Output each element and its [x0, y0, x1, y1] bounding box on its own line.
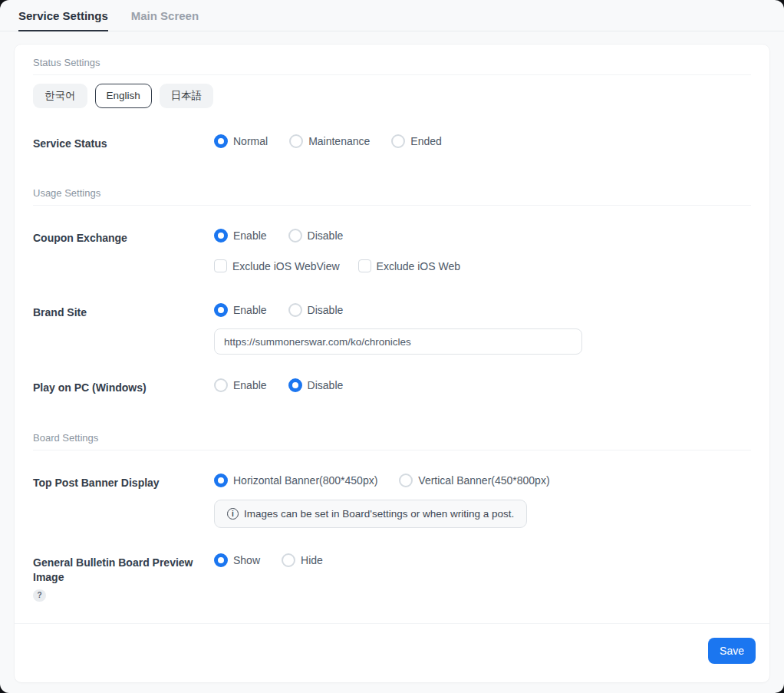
- checkbox-label: Exclude iOS Web: [377, 260, 460, 272]
- language-button-english[interactable]: English: [95, 84, 152, 108]
- coupon-exchange-row: Coupon Exchange Enable Disable: [33, 229, 751, 272]
- service-status-row: Service Status Normal Maintenance: [33, 134, 751, 151]
- radio-label: Enable: [233, 304, 267, 316]
- radio-label: Enable: [233, 379, 267, 391]
- play-on-pc-label: Play on PC (Windows): [33, 378, 214, 395]
- radio-play-on-pc-enable[interactable]: Enable: [214, 378, 267, 392]
- language-button-japanese[interactable]: 日本語: [160, 84, 214, 108]
- radio-label: Hide: [301, 554, 323, 566]
- radio-checked-icon: [214, 553, 228, 567]
- radio-label: Show: [233, 554, 260, 566]
- section-divider: [33, 450, 751, 450]
- coupon-exchange-label: Coupon Exchange: [33, 229, 214, 246]
- help-badge-icon[interactable]: ?: [33, 589, 46, 602]
- radio-label: Vertical Banner(450*800px): [418, 474, 549, 487]
- general-preview-label-wrap: General Bulletin Board Preview Image ?: [33, 553, 214, 602]
- checkbox-unchecked-icon: [358, 259, 371, 272]
- radio-preview-show[interactable]: Show: [214, 553, 260, 567]
- radio-service-status-maintenance[interactable]: Maintenance: [289, 134, 370, 148]
- brand-site-control: Enable Disable: [214, 303, 751, 355]
- top-post-banner-label: Top Post Banner Display: [33, 474, 214, 490]
- radio-label: Disable: [308, 304, 344, 316]
- card-footer: Save: [15, 623, 769, 682]
- radio-vertical-banner[interactable]: Vertical Banner(450*800px): [399, 474, 549, 487]
- radio-checked-icon: [288, 378, 302, 392]
- save-button[interactable]: Save: [708, 638, 756, 664]
- banner-info-text: Images can be set in Board'settings or w…: [244, 508, 514, 520]
- brand-site-row: Brand Site Enable Disable: [33, 303, 751, 355]
- radio-unchecked-icon: [391, 134, 405, 148]
- radio-preview-hide[interactable]: Hide: [282, 553, 323, 567]
- radio-brand-site-disable[interactable]: Disable: [288, 303, 344, 317]
- radio-label: Maintenance: [308, 135, 370, 147]
- usage-settings-title: Usage Settings: [33, 150, 751, 199]
- radio-unchecked-icon: [214, 378, 228, 392]
- general-preview-row: General Bulletin Board Preview Image ? S…: [33, 553, 751, 602]
- section-divider: [33, 205, 751, 206]
- checkbox-exclude-ios-webview[interactable]: Exclude iOS WebView: [214, 259, 340, 272]
- banner-info-box: i Images can be set in Board'settings or…: [214, 500, 527, 528]
- language-selector: 한국어 English 日本語: [33, 84, 751, 108]
- top-post-banner-control: Horizontal Banner(800*450px) Vertical Ba…: [214, 474, 751, 528]
- radio-checked-icon: [214, 134, 228, 148]
- top-post-banner-row: Top Post Banner Display Horizontal Banne…: [33, 474, 751, 528]
- settings-window: Service Settings Main Screen Status Sett…: [0, 0, 784, 693]
- radio-label: Normal: [233, 135, 268, 147]
- radio-unchecked-icon: [282, 553, 295, 567]
- tab-bar: Service Settings Main Screen: [0, 0, 784, 31]
- checkbox-unchecked-icon: [214, 259, 227, 272]
- radio-unchecked-icon: [289, 134, 303, 148]
- radio-service-status-ended[interactable]: Ended: [391, 134, 441, 148]
- tab-service-settings[interactable]: Service Settings: [18, 9, 108, 31]
- radio-coupon-disable[interactable]: Disable: [288, 229, 344, 243]
- radio-service-status-normal[interactable]: Normal: [214, 134, 268, 148]
- radio-checked-icon: [214, 229, 228, 243]
- play-on-pc-control: Enable Disable: [214, 378, 751, 392]
- checkbox-label: Exclude iOS WebView: [232, 260, 340, 272]
- radio-label: Disable: [308, 229, 344, 242]
- section-divider: [33, 74, 751, 75]
- info-icon: i: [227, 508, 239, 520]
- play-on-pc-row: Play on PC (Windows) Enable Disable: [33, 378, 751, 395]
- brand-site-label: Brand Site: [33, 303, 214, 320]
- language-button-korean[interactable]: 한국어: [33, 84, 87, 108]
- radio-label: Enable: [233, 229, 267, 242]
- tab-main-screen[interactable]: Main Screen: [131, 9, 199, 31]
- service-status-label: Service Status: [33, 134, 214, 151]
- settings-card: Status Settings 한국어 English 日本語 Service …: [14, 44, 770, 683]
- general-preview-control: Show Hide: [214, 553, 751, 567]
- radio-checked-icon: [214, 303, 228, 317]
- checkbox-exclude-ios-web[interactable]: Exclude iOS Web: [358, 259, 460, 272]
- radio-play-on-pc-disable[interactable]: Disable: [288, 378, 344, 392]
- radio-brand-site-enable[interactable]: Enable: [214, 303, 267, 317]
- status-settings-title: Status Settings: [33, 45, 751, 68]
- radio-checked-icon: [214, 474, 228, 487]
- settings-card-body: Status Settings 한국어 English 日本語 Service …: [15, 45, 769, 623]
- radio-unchecked-icon: [288, 229, 302, 243]
- radio-unchecked-icon: [288, 303, 302, 317]
- radio-label: Disable: [308, 379, 344, 391]
- coupon-exchange-control: Enable Disable Exclude iOS WebView: [214, 229, 751, 272]
- radio-label: Ended: [410, 135, 441, 147]
- radio-coupon-enable[interactable]: Enable: [214, 229, 267, 243]
- radio-label: Horizontal Banner(800*450px): [233, 474, 377, 487]
- radio-horizontal-banner[interactable]: Horizontal Banner(800*450px): [214, 474, 377, 487]
- radio-unchecked-icon: [399, 474, 413, 487]
- general-preview-label: General Bulletin Board Preview Image: [33, 556, 193, 583]
- board-settings-title: Board Settings: [33, 395, 751, 444]
- service-status-control: Normal Maintenance Ended: [214, 134, 751, 148]
- brand-site-url-input[interactable]: [214, 328, 582, 355]
